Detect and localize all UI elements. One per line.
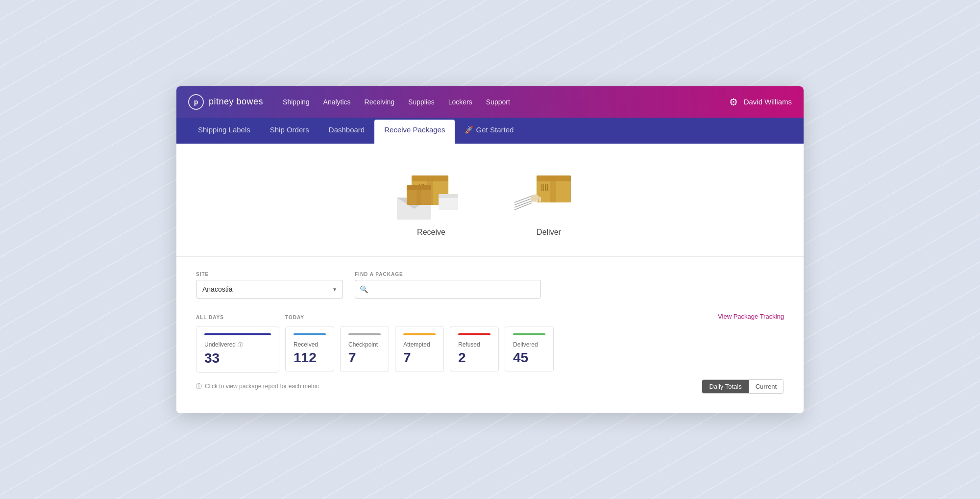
svg-rect-13 [416,185,421,205]
action-cards: Receive [196,163,784,237]
stats-section: ALL DAYS TODAY View Package Tracking Und… [196,312,784,394]
label-checkpoint: Checkpoint [348,341,381,348]
bar-undelivered [204,333,271,335]
find-package-input[interactable] [355,280,541,299]
site-label: SITE [196,272,343,277]
value-checkpoint: 7 [348,350,381,366]
label-received: Received [294,341,326,348]
bar-delivered [513,333,545,335]
stat-card-attempted[interactable]: Attempted 7 [395,326,444,372]
stats-header: ALL DAYS TODAY View Package Tracking [196,312,784,321]
toggle-current[interactable]: Current [749,380,784,393]
logo-icon: p [188,94,204,110]
nav-link-analytics[interactable]: Analytics [323,98,351,106]
find-label: FIND A PACKAGE [355,272,541,277]
label-refused: Refused [458,341,490,348]
main-content: Receive [176,144,804,413]
value-delivered: 45 [513,350,545,366]
tab-shipping-labels[interactable]: Shipping Labels [188,118,260,144]
top-nav-right: ⚙ David Williams [729,96,792,108]
view-tracking-link[interactable]: View Package Tracking [718,313,784,320]
value-attempted: 7 [403,350,436,366]
tab-receive-packages[interactable]: Receive Packages [374,120,455,144]
stat-card-refused[interactable]: Refused 2 [450,326,499,372]
site-select[interactable]: Anacostia [196,280,343,299]
bar-refused [458,333,490,335]
label-attempted: Attempted [403,341,436,348]
info-icon-undelivered: ⓘ [238,341,243,349]
label-delivered: Delivered [513,341,545,348]
value-refused: 2 [458,350,490,366]
filters-row: SITE Anacostia FIND A PACKAGE 🔍 [196,272,784,299]
bar-checkpoint [348,333,381,335]
toggle-daily-totals[interactable]: Daily Totals [702,380,748,393]
logo-text: pitney bowes [209,97,263,107]
nav-link-shipping[interactable]: Shipping [283,98,310,106]
site-select-wrapper: Anacostia [196,280,343,299]
deliver-label: Deliver [537,228,561,237]
app-window: p pitney bowes Shipping Analytics Receiv… [176,86,804,413]
toggle-buttons: Daily Totals Current [702,379,784,394]
stats-labels: ALL DAYS TODAY [196,312,304,321]
nav-link-supplies[interactable]: Supplies [408,98,435,106]
stat-card-delivered[interactable]: Delivered 45 [505,326,554,372]
stats-cards-row: Undelivered ⓘ 33 Received 112 Checkpoint… [196,326,784,373]
svg-rect-17 [541,184,542,191]
tab-get-started[interactable]: 🚀 Get Started [455,118,523,144]
search-wrapper: 🔍 [355,280,541,299]
receive-card[interactable]: Receive [392,163,470,237]
secondary-nav: Shipping Labels Ship Orders Dashboard Re… [176,118,804,144]
receive-icon [392,163,470,222]
value-received: 112 [294,350,326,366]
svg-rect-18 [543,184,544,191]
stat-card-received[interactable]: Received 112 [285,326,334,372]
site-field-group: SITE Anacostia [196,272,343,299]
nav-link-receiving[interactable]: Receiving [365,98,394,106]
top-nav: p pitney bowes Shipping Analytics Receiv… [176,86,804,118]
section-divider [176,256,804,257]
today-label: TODAY [285,315,304,320]
svg-rect-16 [550,175,556,202]
deliver-icon [510,163,588,222]
tab-dashboard[interactable]: Dashboard [319,118,374,144]
value-undelivered: 33 [204,350,271,366]
rocket-icon: 🚀 [465,125,476,134]
svg-rect-26 [531,196,534,202]
top-nav-links: Shipping Analytics Receiving Supplies Lo… [283,98,729,106]
stat-card-checkpoint[interactable]: Checkpoint 7 [340,326,389,372]
svg-rect-20 [547,184,548,191]
stat-card-undelivered[interactable]: Undelivered ⓘ 33 [196,326,279,373]
settings-icon[interactable]: ⚙ [729,96,738,108]
svg-rect-19 [545,184,546,191]
all-days-label: ALL DAYS [196,315,224,320]
svg-rect-29 [539,197,541,202]
nav-link-lockers[interactable]: Lockers [448,98,472,106]
deliver-card[interactable]: Deliver [510,163,588,237]
user-name: David Williams [744,98,792,106]
receive-label: Receive [417,228,445,237]
bar-received [294,333,326,335]
svg-rect-28 [537,196,539,202]
logo-area: p pitney bowes [188,94,263,110]
info-icon-footer: ⓘ [196,382,202,391]
find-package-group: FIND A PACKAGE 🔍 [355,272,541,299]
nav-link-support[interactable]: Support [486,98,510,106]
label-undelivered: Undelivered ⓘ [204,341,271,349]
stats-footer: ⓘ Click to view package report for each … [196,379,784,394]
svg-rect-27 [534,195,536,202]
footer-note: ⓘ Click to view package report for each … [196,382,319,391]
search-icon: 🔍 [360,285,368,293]
svg-rect-10 [439,194,458,198]
bar-attempted [403,333,436,335]
tab-ship-orders[interactable]: Ship Orders [260,118,319,144]
